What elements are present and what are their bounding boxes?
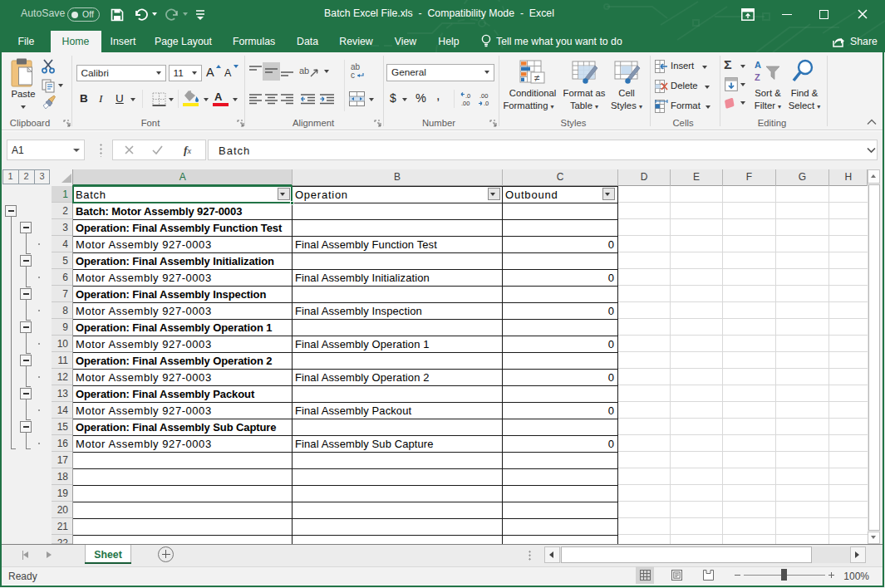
svg-text:≠: ≠: [534, 72, 540, 84]
svg-text:c: c: [351, 71, 355, 80]
svg-text:.0: .0: [465, 92, 470, 100]
svg-text:.00: .00: [461, 100, 470, 107]
svg-text:ab: ab: [299, 66, 309, 76]
